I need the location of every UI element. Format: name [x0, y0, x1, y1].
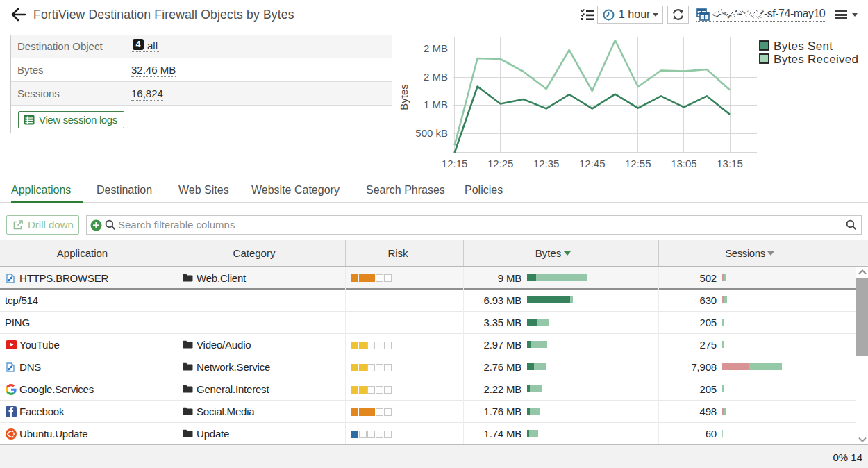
svg-text:Bytes Received: Bytes Received: [774, 53, 858, 66]
svg-text:13:05: 13:05: [671, 158, 697, 169]
svg-text:12:15: 12:15: [442, 158, 468, 169]
svg-text:Bytes: Bytes: [398, 84, 410, 110]
svg-text:Bytes Sent: Bytes Sent: [774, 40, 833, 53]
svg-text:12:35: 12:35: [533, 158, 560, 169]
svg-text:500 kB: 500 kB: [415, 127, 448, 139]
svg-text:2 MB: 2 MB: [424, 71, 448, 83]
svg-text:2 MB: 2 MB: [424, 42, 448, 54]
svg-text:13:15: 13:15: [717, 158, 743, 169]
svg-text:12:45: 12:45: [579, 158, 606, 169]
svg-text:12:25: 12:25: [487, 158, 514, 169]
svg-text:1 MB: 1 MB: [424, 99, 448, 110]
svg-text:12:55: 12:55: [625, 158, 651, 169]
